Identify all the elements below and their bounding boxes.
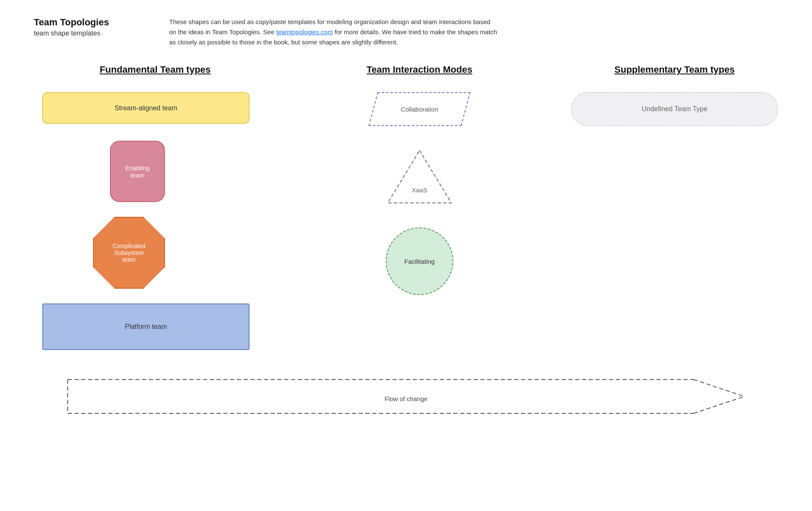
app-subtitle: team shape templates [34,30,144,37]
app-title: Team Topologies [34,17,144,28]
platform-team: Platform team [42,303,250,350]
svg-line-4 [694,380,744,396]
collaboration-label: Collaboration [401,106,438,113]
main-content: Fundamental Team types Stream-aligned te… [0,56,812,363]
interaction-column: Team Interaction Modes Collaboration Xaa… [310,64,529,363]
supplementary-heading: Supplementary Team types [571,64,778,75]
flow-arrow-wrapper: Flow of change [34,375,778,422]
xaas-label: XaaS [411,186,427,194]
interaction-heading: Team Interaction Modes [310,64,529,75]
facilitating-shape: Facilitating [386,227,453,295]
fundamental-column: Fundamental Team types Stream-aligned te… [34,64,277,363]
header-title-block: Team Topologies team shape templates [34,17,144,47]
header: Team Topologies team shape templates The… [0,0,812,56]
collaboration-wrapper: Collaboration [373,92,466,126]
svg-marker-0 [388,150,451,203]
header-description: These shapes can be used as copy/paste t… [169,17,499,47]
complicated-subsystem-wrapper: Complicated Subsystem team [93,217,165,289]
collaboration-shape: Collaboration [368,92,470,126]
enabling-team: Enabling team [110,141,165,202]
xaas-triangle [386,147,453,206]
stream-aligned-team: Stream-aligned team [42,92,250,124]
flow-label: Flow of change [384,395,428,402]
xaas-wrapper: XaaS [386,147,453,206]
undefined-team-type: Undefined Team Type [571,92,778,126]
supplementary-column: Supplementary Team types Undefined Team … [571,64,778,363]
svg-line-5 [694,396,744,413]
teamtopologies-link[interactable]: teamtopologies.com [276,28,333,36]
flow-section: Flow of change [34,375,778,422]
fundamental-heading: Fundamental Team types [34,64,277,75]
complicated-subsystem-team: Complicated Subsystem team [93,217,165,289]
